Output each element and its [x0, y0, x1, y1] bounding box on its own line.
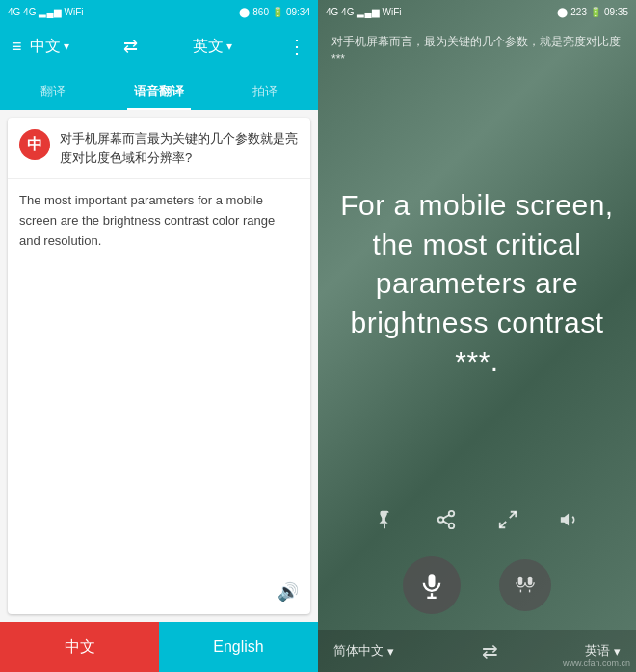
target-lang-selector[interactable]: 英文 ▾ [193, 37, 232, 57]
network-indicator-right: 4G 4G [326, 7, 354, 17]
wifi-icon: WiFi [65, 7, 84, 17]
svg-rect-9 [429, 574, 436, 587]
svg-rect-13 [528, 577, 533, 585]
svg-point-2 [438, 517, 444, 523]
tab-photo[interactable]: 拍译 [212, 83, 318, 110]
svg-line-7 [500, 522, 506, 527]
source-language-badge: 中 [19, 129, 50, 160]
target-box: The most important parameters for a mobi… [8, 179, 310, 614]
speaker-icon[interactable]: 🔊 [278, 581, 299, 603]
status-right-left: 4G 4G ▂▄▆ WiFi [326, 7, 402, 17]
bottom-swap-icon[interactable]: ⇄ [482, 639, 498, 662]
dual-microphone-button[interactable] [499, 559, 551, 611]
tab-photo-label: 拍译 [252, 84, 278, 98]
mic-row [318, 545, 636, 630]
share-icon[interactable] [429, 502, 464, 537]
status-right-right: ⬤ 223 🔋 09:35 [557, 7, 628, 17]
svg-line-6 [510, 512, 516, 518]
microphone-button[interactable] [403, 556, 461, 614]
bottom-target-chevron-icon: ▾ [614, 644, 621, 659]
menu-icon[interactable]: ≡ [12, 37, 22, 57]
source-lang-chevron-icon: ▾ [64, 40, 69, 53]
bottom-source-chevron-icon: ▾ [387, 644, 394, 659]
app-icon-left: ⬤ [239, 7, 250, 17]
svg-line-5 [443, 515, 449, 519]
source-text: 对手机屏幕而言最为关键的几个参数就是亮度对比度色域和分辨率? [60, 129, 299, 167]
source-box: 中 对手机屏幕而言最为关键的几个参数就是亮度对比度色域和分辨率? [8, 118, 310, 179]
swap-languages-icon[interactable]: ⇄ [123, 36, 138, 57]
source-caption-text: 对手机屏幕而言，最为关键的几个参数，就是亮度对比度 *** [331, 35, 621, 66]
status-bar-left: 4G 4G ▂▄▆ WiFi ⬤ 860 🔋 09:34 [0, 0, 318, 23]
bottom-buttons: 中文 English [0, 622, 318, 672]
status-left: 4G 4G ▂▄▆ WiFi [8, 7, 84, 17]
status-bar-right: 4G 4G ▂▄▆ WiFi ⬤ 223 🔋 09:35 [318, 0, 636, 23]
source-lang-label: 中文 [30, 37, 61, 57]
bottom-source-lang-label: 简体中文 [333, 642, 384, 659]
big-translation: For a mobile screen, the most critical p… [318, 73, 636, 495]
battery-right: 223 [570, 7, 587, 17]
battery-indicator: 860 [252, 7, 269, 17]
chinese-button[interactable]: 中文 [0, 622, 159, 672]
pin-icon[interactable] [367, 502, 402, 537]
bottom-source-lang[interactable]: 简体中文 ▾ [333, 642, 394, 659]
tab-voice[interactable]: 语音翻译 [106, 83, 212, 110]
svg-point-1 [449, 511, 455, 517]
tab-bar: 翻译 语音翻译 拍译 [0, 69, 318, 110]
chinese-button-label: 中文 [65, 637, 95, 658]
app-icon-right: ⬤ [557, 7, 568, 17]
signal-bars-right: ▂▄▆ [357, 7, 379, 17]
right-panel: 4G 4G ▂▄▆ WiFi ⬤ 223 🔋 09:35 对手机屏幕而言，最为关… [318, 0, 636, 672]
network-indicator: 4G 4G [8, 7, 36, 17]
target-text: The most important parameters for a mobi… [19, 191, 299, 251]
wifi-icon-right: WiFi [383, 7, 402, 17]
signal-bars: ▂▄▆ [39, 7, 61, 17]
target-lang-chevron-icon: ▾ [226, 40, 232, 53]
big-translation-text: For a mobile screen, the most critical p… [337, 186, 617, 382]
source-caption: 对手机屏幕而言，最为关键的几个参数，就是亮度对比度 *** [318, 23, 636, 73]
action-icons-row [318, 495, 636, 545]
source-lang-selector[interactable]: 中文 ▾ [30, 37, 69, 57]
status-right: ⬤ 860 🔋 09:34 [239, 7, 310, 17]
time-left: 09:34 [286, 7, 310, 17]
toolbar: ≡ 中文 ▾ ⇄ 英文 ▾ ⋮ [0, 23, 318, 69]
more-options-icon[interactable]: ⋮ [287, 35, 306, 58]
time-right: 09:35 [604, 7, 628, 17]
target-lang-label: 英文 [193, 37, 224, 57]
tab-voice-label: 语音翻译 [134, 84, 184, 98]
battery-icon-right: 🔋 [590, 7, 601, 17]
expand-icon[interactable] [490, 502, 525, 537]
watermark: www.cfan.com.cn [563, 659, 630, 668]
svg-rect-12 [518, 577, 523, 585]
english-button[interactable]: English [159, 622, 318, 672]
english-button-label: English [213, 638, 263, 656]
svg-point-3 [449, 524, 455, 529]
translation-area: 中 对手机屏幕而言最为关键的几个参数就是亮度对比度色域和分辨率? The mos… [8, 118, 310, 614]
tab-translate[interactable]: 翻译 [0, 83, 106, 110]
speaker-icon-right[interactable] [552, 502, 587, 537]
left-panel: 4G 4G ▂▄▆ WiFi ⬤ 860 🔋 09:34 ≡ 中文 ▾ ⇄ 英文… [0, 0, 318, 672]
battery-icon: 🔋 [272, 7, 283, 17]
bottom-target-lang-label: 英语 [585, 642, 610, 659]
bottom-target-lang[interactable]: 英语 ▾ [585, 642, 621, 659]
svg-line-4 [443, 521, 449, 524]
svg-marker-8 [561, 514, 569, 526]
tab-translate-label: 翻译 [40, 84, 66, 98]
